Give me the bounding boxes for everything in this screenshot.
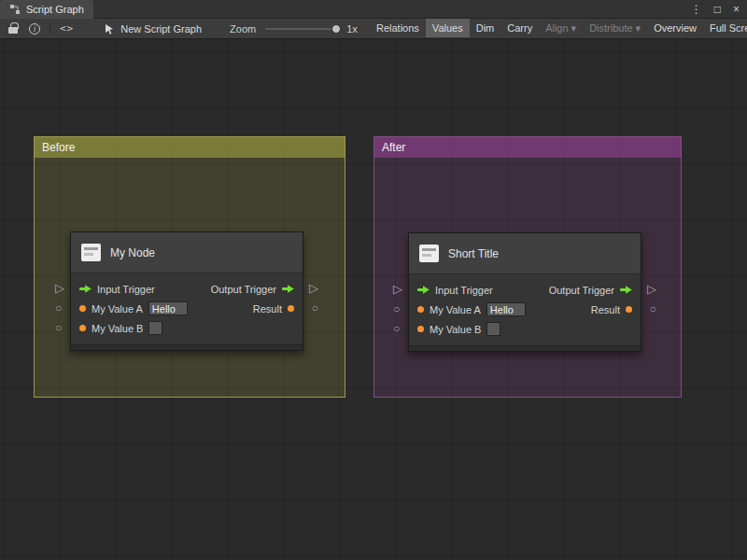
graph-name-group[interactable]: New Script Graph	[104, 23, 202, 35]
input-trigger-port-icon[interactable]	[79, 285, 92, 293]
dim-button[interactable]: Dim	[470, 19, 501, 37]
toolbar-divider	[49, 22, 50, 35]
value-b-row: My Value B	[71, 318, 303, 338]
unit-icon	[419, 245, 439, 262]
align-button[interactable]: Align ▾	[539, 19, 583, 37]
result-port-icon[interactable]	[288, 305, 294, 312]
value-b-label: My Value B	[430, 324, 481, 335]
value-a-label: My Value A	[92, 303, 143, 315]
result-label: Result	[591, 304, 620, 315]
group-title: Before	[42, 141, 75, 154]
zoom-label: Zoom	[230, 23, 256, 35]
external-value-a-port[interactable]: ○	[55, 302, 62, 314]
value-b-row: My Value B	[409, 319, 641, 339]
node-my-node[interactable]: My Node Input Trigger Output Trigger	[70, 231, 303, 351]
relations-button[interactable]: Relations	[370, 19, 426, 37]
node-body: Input Trigger Output Trigger My Value A …	[409, 274, 641, 345]
node-title: My Node	[110, 246, 155, 259]
code-view-icon[interactable]: <>	[60, 22, 74, 35]
output-trigger-port-icon[interactable]	[282, 285, 294, 293]
toolbar-buttons: Relations Values Dim Carry Align ▾ Distr…	[370, 19, 747, 37]
value-b-label: My Value B	[92, 323, 143, 334]
trigger-row: Input Trigger Output Trigger	[71, 279, 303, 299]
node-footer	[409, 345, 641, 351]
external-input-trigger-port[interactable]: ▷	[393, 283, 402, 295]
external-value-b-port[interactable]: ○	[393, 323, 400, 334]
chevron-down-icon: ▾	[571, 22, 577, 35]
graph-name-label: New Script Graph	[120, 23, 202, 35]
value-a-port-icon[interactable]	[79, 305, 86, 312]
group-after-header[interactable]: After	[374, 137, 681, 158]
tab-title: Script Graph	[26, 4, 84, 15]
output-trigger-label: Output Trigger	[549, 285, 614, 296]
value-a-field[interactable]	[486, 302, 526, 316]
unit-icon	[81, 244, 101, 261]
graph-tab-icon	[9, 4, 21, 15]
node-title: Short Title	[448, 247, 499, 260]
window-maximize-icon[interactable]: □	[714, 4, 721, 15]
carry-button[interactable]: Carry	[500, 19, 539, 37]
external-input-trigger-port[interactable]: ▷	[55, 282, 64, 294]
distribute-button[interactable]: Distribute ▾	[583, 19, 647, 37]
external-value-a-port[interactable]: ○	[393, 303, 400, 315]
zoom-value: 1x	[346, 23, 358, 35]
toolbar: i <> New Script Graph Zoom 1x Relations …	[0, 19, 747, 39]
lock-icon[interactable]	[8, 27, 18, 34]
input-trigger-label: Input Trigger	[435, 285, 493, 296]
node-header[interactable]: Short Title	[409, 233, 641, 274]
external-output-trigger-port[interactable]: ▷	[647, 283, 656, 295]
value-b-port-icon[interactable]	[417, 326, 424, 332]
zoom-slider-knob[interactable]	[331, 24, 341, 34]
external-value-b-port[interactable]: ○	[55, 322, 62, 333]
value-a-row: My Value A Result	[71, 299, 303, 318]
node-header[interactable]: My Node	[71, 232, 303, 273]
value-a-field[interactable]	[148, 301, 188, 315]
value-b-field[interactable]	[148, 321, 162, 335]
external-result-port[interactable]: ○	[312, 302, 318, 314]
output-trigger-port-icon[interactable]	[620, 286, 632, 294]
input-trigger-port-icon[interactable]	[417, 286, 430, 294]
node-footer	[71, 344, 303, 350]
result-port-icon[interactable]	[626, 306, 632, 313]
window-controls: ⋮ □ ×	[691, 0, 740, 19]
overview-button[interactable]: Overview	[647, 19, 703, 37]
node-short-title[interactable]: Short Title Input Trigger Output Trigger	[408, 232, 641, 352]
chevron-down-icon: ▾	[636, 22, 641, 35]
group-before-header[interactable]: Before	[35, 137, 345, 158]
result-label: Result	[253, 303, 282, 315]
external-result-port[interactable]: ○	[650, 303, 656, 315]
titlebar: Script Graph ⋮ □ ×	[0, 0, 747, 19]
node-body: Input Trigger Output Trigger My Value A …	[71, 273, 303, 344]
info-icon[interactable]: i	[29, 23, 40, 35]
fullscreen-button[interactable]: Full Screen	[703, 19, 747, 37]
input-trigger-label: Input Trigger	[97, 284, 155, 295]
value-b-port-icon[interactable]	[79, 325, 86, 331]
window-close-icon[interactable]: ×	[733, 4, 740, 15]
trigger-row: Input Trigger Output Trigger	[409, 280, 641, 300]
window-menu-icon[interactable]: ⋮	[691, 4, 702, 15]
output-trigger-label: Output Trigger	[211, 284, 276, 295]
group-title: After	[382, 141, 405, 154]
tab-script-graph[interactable]: Script Graph	[0, 0, 93, 19]
graph-canvas[interactable]: Before After My Node Input Trigger	[0, 40, 747, 560]
value-b-field[interactable]	[486, 322, 500, 336]
value-a-label: My Value A	[430, 304, 481, 315]
values-button[interactable]: Values	[426, 19, 470, 37]
graph-pointer-icon	[104, 23, 115, 35]
external-output-trigger-port[interactable]: ▷	[309, 282, 318, 294]
value-a-port-icon[interactable]	[417, 306, 424, 313]
value-a-row: My Value A Result	[409, 300, 641, 319]
script-graph-window: Script Graph ⋮ □ × i <> New Script Graph…	[0, 0, 747, 560]
zoom-slider[interactable]	[265, 28, 338, 30]
